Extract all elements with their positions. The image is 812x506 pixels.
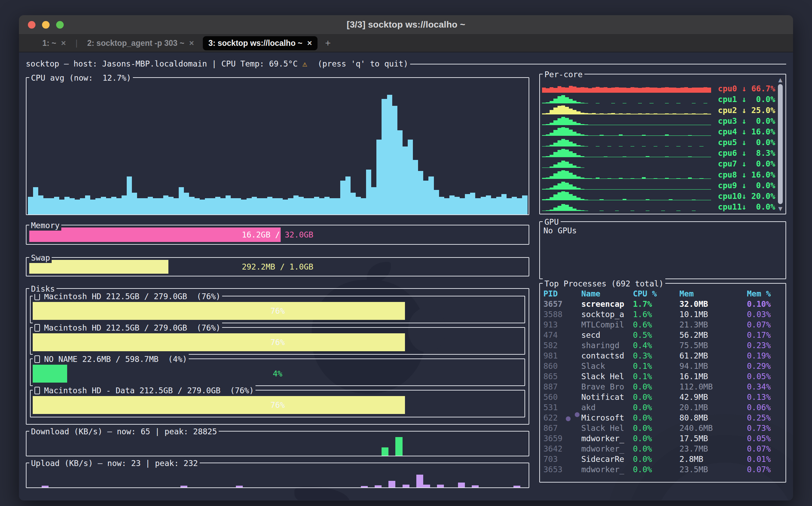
spark-bar	[550, 197, 553, 200]
cpu-bar	[299, 197, 304, 214]
spark-bar	[592, 88, 596, 93]
cpu-bar	[189, 197, 194, 214]
cpu-bar	[64, 197, 70, 214]
window-titlebar[interactable]: [3/3] socktop ws://localho ~	[19, 15, 793, 34]
disk-usage: 212.5GB / 279.0GB (76%)	[101, 323, 220, 333]
process-mem-percent: 0.17%	[747, 330, 783, 340]
process-pid: 887	[543, 382, 581, 392]
cpu-bar	[408, 140, 413, 214]
upload-bar	[236, 486, 243, 487]
close-button[interactable]	[28, 21, 35, 29]
scroll-up-icon[interactable]: ▲	[778, 76, 782, 83]
cpu-bar	[486, 195, 491, 214]
new-tab-button[interactable]: +	[325, 38, 331, 49]
spark-bar	[619, 88, 623, 93]
upload-bar	[375, 485, 382, 487]
tab-3[interactable]: 3: socktop ws://localho ~×	[203, 36, 317, 50]
cpu-bar	[413, 160, 418, 214]
process-mem: 16.1MB	[679, 371, 747, 382]
zoom-button[interactable]	[56, 21, 64, 29]
core-label: cpu2↓25.0%	[711, 107, 775, 114]
close-tab-icon[interactable]: ×	[189, 39, 194, 47]
spark-bar	[573, 132, 576, 136]
process-table: PID Name CPU % Mem Mem % 3657screencap1.…	[543, 289, 783, 479]
spark-bar	[657, 211, 661, 211]
cpu-bar	[142, 198, 147, 214]
process-name: Slack	[581, 361, 633, 371]
process-pid: 3657	[543, 299, 581, 309]
process-name: mdworker_	[581, 464, 633, 475]
process-row: 703SidecarRe0.0%2.8MB0.01%	[543, 454, 783, 464]
spark-bar	[573, 87, 576, 93]
process-mem-percent: 0.07%	[747, 320, 783, 330]
process-mem-percent: 0.29%	[747, 361, 783, 371]
cpu-bar	[403, 146, 408, 214]
process-name: contactsd	[581, 351, 633, 361]
quit-hint-text: (press 'q' to quit)	[317, 59, 408, 69]
process-pid: 981	[543, 351, 581, 361]
upload-bar	[180, 486, 187, 487]
spark-bar	[565, 192, 569, 200]
process-mem-percent: 0.07%	[747, 464, 783, 475]
spark-bar	[649, 211, 653, 211]
tab-1[interactable]: 1: ~×	[37, 36, 71, 50]
core-name: cpu2	[718, 107, 742, 114]
process-row: 887Brave Bro0.0%112.0MB0.34%	[543, 382, 783, 392]
cpu-bar	[101, 197, 106, 214]
tab-label: 3: socktop ws://localho ~	[208, 39, 302, 48]
scroll-down-icon[interactable]: ▼	[778, 205, 782, 212]
spark-bar	[673, 88, 676, 93]
minimize-button[interactable]	[42, 21, 50, 29]
disk-item-2: Macintosh HD 212.5GB / 279.0GB (76%)76%	[30, 327, 525, 355]
cpu-bar	[75, 200, 80, 214]
scroll-thumb[interactable]	[778, 84, 783, 204]
cpu-bar	[226, 195, 231, 214]
spark-bar	[684, 87, 688, 93]
upload-bar	[388, 481, 395, 487]
process-name: mdworker_	[581, 444, 633, 454]
terminal-content[interactable]: socktop — host: Jasons-MBP.localdomain |…	[19, 52, 793, 500]
spark-bar	[696, 88, 699, 93]
spark-bar	[565, 205, 569, 211]
cpu-avg-title: CPU avg (now: 12.7%)	[29, 73, 133, 83]
per-core-panel: Per-core cpu0↓66.7%cpu1↓0.0%cpu2↓25.0%cp…	[539, 74, 786, 214]
scrollbar[interactable]: ▲ ▼	[777, 76, 784, 212]
close-tab-icon[interactable]: ×	[61, 39, 66, 47]
spark-bar	[615, 211, 619, 211]
close-tab-icon[interactable]: ×	[307, 39, 312, 47]
spark-bar	[553, 208, 557, 211]
spark-bar	[573, 175, 576, 179]
process-pid: 703	[543, 454, 581, 464]
spark-bar	[707, 211, 711, 211]
tab-2[interactable]: 2: socktop_agent -p 303 ~×	[82, 36, 199, 50]
core-value: 0.0%	[747, 182, 775, 190]
process-cpu: 0.0%	[633, 382, 679, 392]
process-cpu: 0.3%	[633, 351, 679, 361]
cpu-bar	[475, 198, 480, 214]
traffic-lights	[28, 15, 64, 34]
cpu-bar	[324, 197, 330, 214]
process-row: 3657screencap1.7%32.0MB0.10%	[543, 299, 783, 309]
cpu-bar	[293, 195, 299, 214]
spark-bar	[573, 110, 576, 114]
spark-bar	[553, 152, 557, 157]
process-cpu: 0.4%	[633, 340, 679, 351]
cpu-bar	[465, 194, 470, 214]
cpu-bar	[491, 198, 496, 214]
cpu-bar	[148, 197, 153, 214]
spark-bar	[569, 120, 573, 125]
core-sparkline	[542, 159, 711, 168]
process-cpu: 0.6%	[633, 320, 679, 330]
process-row: 867Slack Hel0.0%240.6MB0.73%	[543, 423, 783, 433]
cpu-bar	[85, 195, 90, 214]
process-row: 531akd0.0%20.1MB0.06%	[543, 402, 783, 413]
spark-bar	[634, 88, 638, 93]
core-sparkline	[542, 83, 711, 93]
core-row-cpu7: cpu7↓0.0%	[542, 157, 775, 168]
process-name: socktop_a	[581, 309, 633, 320]
process-table-header: PID Name CPU % Mem Mem %	[543, 289, 783, 299]
core-value: 16.0%	[747, 171, 775, 179]
spark-bar	[558, 140, 561, 146]
spark-bar	[669, 211, 673, 211]
core-sparkline	[542, 116, 711, 125]
